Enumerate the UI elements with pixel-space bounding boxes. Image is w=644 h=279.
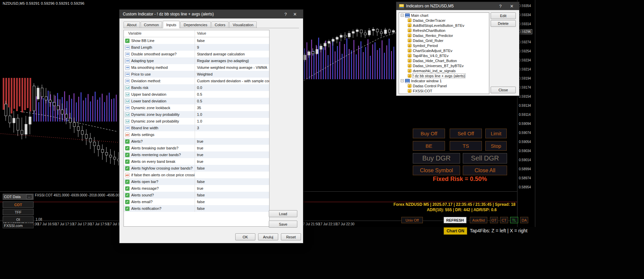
sell-off-button[interactable]: Sell Off	[450, 129, 482, 138]
sell-dgr-button[interactable]: Sell DGR	[463, 153, 507, 164]
refresh-button[interactable]: REFRESH	[444, 217, 466, 223]
tree-item-indicator-window-1[interactable]: −Indicator window 1	[399, 78, 489, 83]
tff-button[interactable]: TFF	[3, 209, 34, 215]
indicators-panel-titlebar[interactable]: Indicators on NZDUSD,M5 ? ✕	[396, 2, 519, 10]
cot-menu-button[interactable]: ...	[26, 194, 32, 199]
input-row-bands-risk[interactable]: 1.2Bands risk0.0	[124, 84, 269, 91]
input-row-price-to-use[interactable]: 123Price to useWeighted	[124, 71, 269, 78]
input-row-ma-smoothing-method[interactable]: 123Ma smoothing methodVolume weighted mo…	[124, 64, 269, 71]
input-row-alerts-reentering-outer-bands[interactable]: ✓Alerts reentering outer bands?true	[124, 151, 269, 158]
input-row-alerts-breaking-outer-bands[interactable]: ✓Alerts breaking outer bands?true	[124, 145, 269, 151]
input-row-show-bb-line[interactable]: ✓Show BB Linefalse	[124, 37, 269, 44]
input-row-band-length[interactable]: 123Band Length9	[124, 44, 269, 51]
input-value[interactable]: false	[195, 39, 269, 43]
ok-button[interactable]: OK	[235, 233, 255, 240]
tree-item-main-chart[interactable]: −Main chart	[399, 13, 489, 18]
input-value[interactable]: false	[195, 200, 269, 204]
table-header-variable[interactable]: Variable	[124, 30, 195, 37]
cot-button[interactable]: COT	[3, 201, 34, 208]
input-row-bband-line-width[interactable]: 123Bband line width3	[124, 125, 269, 131]
input-row-alerts-high-low-crossing-outer-bands[interactable]: ✓Alerts high/low crossing outer bands?fa…	[124, 165, 269, 172]
input-value[interactable]: 35	[195, 106, 269, 110]
input-value[interactable]: 1.0	[195, 112, 269, 117]
tree-item-dadas-ordertracer[interactable]: ƒDadas_OrderTracer	[399, 18, 489, 23]
table-header-value[interactable]: Value	[195, 30, 269, 37]
input-value[interactable]: true	[195, 139, 269, 143]
tree-item-fxssi-cot[interactable]: ƒFXSSI.COT	[399, 88, 489, 93]
ct-button[interactable]: CT	[500, 217, 508, 223]
tree-item-tap4fibs-v4-0-btev[interactable]: ƒTap4Fibs_V4.0_BTEv	[399, 53, 489, 58]
input-row-lower-band-deviation[interactable]: 1.2Lower band deviation0.5	[124, 98, 269, 104]
input-row-alerts-on-every-band-break[interactable]: ✓Alerts on every band breaktrue	[124, 158, 269, 165]
stop-button[interactable]: Stop	[485, 141, 507, 151]
input-value[interactable]: false	[195, 166, 269, 170]
input-row-dynamic-zone-buy-probability[interactable]: 1.2Dynamic zone buy probability1.0	[124, 111, 269, 118]
save-button[interactable]: Save	[269, 221, 297, 228]
collapse-icon[interactable]: −	[401, 14, 404, 17]
input-row-alerts-sound[interactable]: ✓Alerts sound?false	[124, 192, 269, 198]
input-value[interactable]: 0.5	[195, 92, 269, 96]
input-value[interactable]: false	[195, 193, 269, 197]
close-icon[interactable]: ✕	[507, 4, 516, 9]
be-button[interactable]: BE	[413, 141, 445, 151]
input-row-adapting-type[interactable]: 123Adapting typeRegular averages (no ada…	[124, 57, 269, 64]
input-value[interactable]: 0.5	[195, 99, 269, 103]
input-value[interactable]: 9	[195, 45, 269, 49]
input-row-dynamic-zone-lookback[interactable]: 123Dynamic zone lookback35	[124, 104, 269, 111]
input-value[interactable]: Weighted	[195, 72, 269, 76]
tree-item-refreshchartbutton[interactable]: ƒRefreshChartButton	[399, 28, 489, 33]
cot-panel-title[interactable]: COT Data ...	[3, 194, 34, 200]
buy-off-button[interactable]: Buy Off	[413, 129, 445, 138]
tree-item-dadas-grid-ruler[interactable]: ƒDadas_Grid_Ruler	[399, 38, 489, 43]
load-button[interactable]: Load	[269, 210, 297, 217]
input-value[interactable]: Standard average calculation	[195, 52, 269, 56]
ts-button[interactable]: TS	[450, 141, 482, 151]
input-row-alerts-open-bar[interactable]: ✓Alerts open bar?false	[124, 178, 269, 185]
tab-colors[interactable]: Colors	[211, 21, 229, 28]
delete-button[interactable]: Delete	[491, 20, 516, 27]
input-row-if-false-then-alerts-on-close-price-crossing-outer[interactable]: abif false then alerts on close price cr…	[124, 172, 269, 178]
tree-item-dadas-control-panel[interactable]: ƒDadas Control Panel	[399, 83, 489, 88]
input-value[interactable]: Custom standard deviation - with sample …	[195, 79, 269, 83]
tab-about[interactable]: About	[123, 21, 140, 28]
input-row-alerts-notification[interactable]: ✓Alerts notification?false	[124, 205, 269, 212]
input-row-double-smoothed-average[interactable]: 123Double smoothed average?Standard aver…	[124, 51, 269, 57]
price-axis[interactable]: 0.59296 0.593540.593340.593140.592740.59…	[517, 0, 535, 227]
ot-button[interactable]: OT	[490, 217, 498, 223]
help-icon[interactable]: ?	[281, 12, 290, 17]
cancel-button[interactable]: Anuluj	[258, 233, 278, 240]
input-value[interactable]: true	[195, 186, 269, 190]
close-symbol-button[interactable]: Close Symbol	[413, 166, 460, 175]
input-row-alerts-email[interactable]: ✓Alerts email?false	[124, 198, 269, 205]
fxssi-link[interactable]: FXSSI.com	[3, 223, 34, 228]
input-value[interactable]: Volume weighted moving average - VWMA	[195, 65, 269, 69]
buy-dgr-button[interactable]: Buy DGR	[413, 153, 460, 164]
tree-item-symbol-period[interactable]: ƒSymbol_Period	[399, 43, 489, 48]
da-button[interactable]: DA	[520, 217, 528, 223]
input-row-alerts-settings[interactable]: abAlerts settings	[124, 131, 269, 138]
limit-button[interactable]: Limit	[485, 129, 507, 138]
tab-visualization[interactable]: Visualization	[229, 21, 257, 28]
input-row-upper-band-deviation[interactable]: 1.2Upper band deviation0.5	[124, 91, 269, 98]
input-row-deviation-method[interactable]: 123Deviation method:Custom standard devi…	[124, 78, 269, 84]
tree-item-dvemashki-ind-w-signals[interactable]: ƒdvemashki_ind_w_signals	[399, 68, 489, 73]
tree-item-dz-bb-stops-line-avgs-alerts[interactable]: ƒ! dz bb stops line + avgs (alerts)	[399, 73, 489, 78]
input-row-alerts[interactable]: ✓Alerts?true	[124, 138, 269, 145]
input-value[interactable]: false	[195, 206, 269, 211]
input-value[interactable]: true	[195, 153, 269, 157]
chart-on-button[interactable]: Chart ON	[444, 227, 467, 235]
input-value[interactable]: true	[195, 146, 269, 150]
collapse-icon[interactable]: −	[401, 79, 404, 82]
input-value[interactable]: true	[195, 159, 269, 164]
input-row-dynamic-zone-sell-probability[interactable]: 1.2Dynamic zone sell probability1.0	[124, 118, 269, 125]
reset-button[interactable]: Reset	[281, 233, 301, 240]
input-value[interactable]: 1.0	[195, 119, 269, 123]
oi-button[interactable]: OI	[3, 216, 34, 223]
input-value[interactable]: Regular averages (no adapting)	[195, 59, 269, 63]
tl-button[interactable]: TL	[510, 217, 518, 223]
close-all-button[interactable]: Close All	[463, 166, 507, 175]
univ-off-button[interactable]: Univ Off	[401, 217, 423, 223]
tree-item-dadas-universes-bt-bybtev[interactable]: ƒDadas_Universes_BT_byBTEv	[399, 63, 489, 68]
input-row-alerts-message[interactable]: ✓Alerts message?true	[124, 185, 269, 192]
dialog-titlebar[interactable]: Custom Indicator - ! dz bb stops line + …	[119, 10, 303, 18]
